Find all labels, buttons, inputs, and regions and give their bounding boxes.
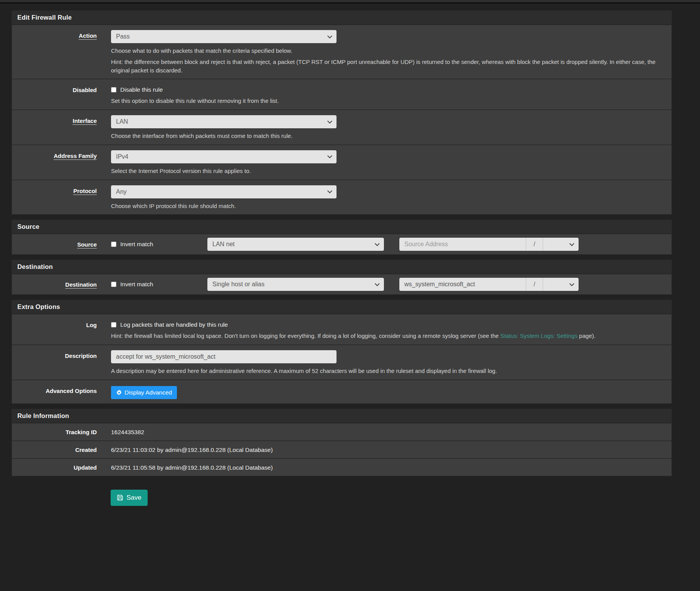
source-address-input[interactable]	[399, 238, 526, 251]
disabled-help: Set this option to disable this rule wit…	[111, 97, 658, 105]
protocol-select[interactable]: Any	[111, 185, 337, 198]
top-navbar-remnant	[0, 0, 700, 3]
advanced-options-row: Advanced Options Display Advanced	[12, 379, 671, 403]
tracking-id-value: 1624435382	[111, 428, 664, 436]
disabled-checkbox-label: Disable this rule	[120, 86, 163, 93]
protocol-label: Protocol	[73, 188, 97, 195]
source-row: Source Invert match LAN net /	[12, 234, 671, 254]
interface-select[interactable]: LAN	[111, 115, 337, 128]
floppy-disk-icon	[117, 494, 123, 501]
destination-invert-checkbox[interactable]	[111, 282, 116, 287]
action-row: Action Pass Choose what to do with packe…	[12, 25, 671, 79]
description-input[interactable]	[111, 350, 337, 363]
updated-label: Updated	[74, 464, 97, 471]
interface-select-value: LAN	[116, 118, 128, 125]
log-hint-text: Hint: the firewall has limited local log…	[111, 332, 500, 339]
action-help-2: Hint: the difference between block and r…	[111, 58, 658, 75]
source-mask-select[interactable]	[543, 238, 579, 251]
protocol-row: Protocol Any Choose which IP protocol th…	[12, 180, 671, 215]
source-label: Source	[77, 241, 97, 248]
disabled-checkbox[interactable]	[111, 87, 116, 92]
address-family-select[interactable]: IPv4	[111, 150, 337, 163]
destination-type-value: Single host or alias	[212, 281, 264, 288]
source-type-select[interactable]: LAN net	[207, 238, 384, 251]
log-checkbox-label: Log packets that are handled by this rul…	[120, 321, 228, 328]
source-type-value: LAN net	[212, 241, 235, 248]
destination-address-group: /	[399, 278, 579, 291]
disabled-label: Disabled	[72, 87, 97, 93]
log-checkbox[interactable]	[111, 322, 116, 327]
created-label: Created	[75, 447, 97, 453]
panel-rule-information: Rule Information Tracking ID 1624435382 …	[12, 409, 672, 476]
destination-label: Destination	[65, 281, 97, 289]
source-invert-checkbox[interactable]	[111, 242, 116, 247]
updated-row: Updated 6/23/21 11:05:58 by admin@192.16…	[12, 458, 671, 476]
log-row: Log Log packets that are handled by this…	[12, 314, 671, 344]
protocol-help: Choose which IP protocol this rule shoul…	[111, 202, 658, 210]
source-invert-label: Invert match	[120, 241, 153, 248]
address-family-label: Address Family	[54, 153, 97, 160]
address-family-help: Select the Internet Protocol version thi…	[111, 167, 658, 175]
disabled-row: Disabled Disable this rule Set this opti…	[12, 79, 671, 109]
destination-row: Destination Invert match Single host or …	[12, 274, 671, 294]
chevron-down-icon	[569, 241, 574, 246]
page-content: Edit Firewall Rule Action Pass Choose wh…	[12, 3, 672, 506]
panel-source: Source Source Invert match LAN net /	[12, 220, 672, 255]
interface-label: Interface	[72, 118, 97, 125]
updated-value: 6/23/21 11:05:58 by admin@192.168.0.228 …	[111, 463, 664, 471]
source-address-group: /	[399, 238, 579, 251]
log-label: Log	[86, 322, 97, 328]
panel-edit-firewall-rule: Edit Firewall Rule Action Pass Choose wh…	[12, 10, 672, 215]
chevron-down-icon	[375, 281, 380, 286]
action-select-value: Pass	[116, 33, 130, 40]
address-family-row: Address Family IPv4 Select the Internet …	[12, 144, 671, 180]
panel-destination: Destination Destination Invert match Sin…	[12, 260, 672, 295]
created-value: 6/23/21 11:03:02 by admin@192.168.0.228 …	[111, 446, 664, 453]
rule-information-title: Rule Information	[12, 409, 671, 423]
chevron-down-icon	[375, 241, 380, 246]
action-help-1: Choose what to do with packets that matc…	[111, 47, 658, 55]
advanced-options-label: Advanced Options	[45, 388, 97, 394]
address-family-select-value: IPv4	[116, 153, 128, 160]
gear-icon	[116, 390, 122, 395]
description-help: A description may be entered here for ad…	[111, 367, 658, 375]
created-row: Created 6/23/21 11:03:02 by admin@192.16…	[12, 440, 671, 458]
save-button[interactable]: Save	[111, 490, 148, 506]
interface-row: Interface LAN Choose the interface from …	[12, 109, 671, 144]
extra-options-title: Extra Options	[12, 300, 671, 314]
description-label: Description	[65, 353, 97, 359]
tracking-id-label: Tracking ID	[66, 429, 97, 435]
panel-extra-options: Extra Options Log Log packets that are h…	[12, 300, 672, 404]
protocol-select-value: Any	[116, 188, 127, 195]
action-select[interactable]: Pass	[111, 30, 337, 43]
log-hint: Hint: the firewall has limited local log…	[111, 332, 658, 340]
chevron-down-icon	[327, 119, 332, 124]
chevron-down-icon	[327, 188, 332, 193]
destination-invert-label: Invert match	[120, 281, 153, 288]
source-mask-separator: /	[526, 238, 543, 251]
action-label: Action	[79, 32, 97, 40]
source-title: Source	[12, 220, 671, 234]
display-advanced-button[interactable]: Display Advanced	[111, 386, 177, 399]
destination-mask-separator: /	[526, 278, 543, 291]
log-hint-text-after: page).	[577, 332, 596, 339]
destination-title: Destination	[12, 260, 671, 274]
interface-help: Choose the interface from which packets …	[111, 132, 658, 140]
tracking-id-row: Tracking ID 1624435382	[12, 423, 671, 440]
destination-mask-select[interactable]	[543, 278, 579, 291]
syslog-settings-link[interactable]: Status: System Logs: Settings	[500, 332, 577, 339]
display-advanced-label: Display Advanced	[125, 389, 172, 396]
destination-type-select[interactable]: Single host or alias	[207, 278, 384, 291]
chevron-down-icon	[327, 34, 332, 39]
chevron-down-icon	[569, 281, 574, 286]
description-row: Description A description may be entered…	[12, 344, 671, 379]
destination-address-input[interactable]	[399, 278, 526, 291]
edit-firewall-rule-title: Edit Firewall Rule	[12, 11, 671, 25]
chevron-down-icon	[327, 153, 332, 158]
save-button-label: Save	[126, 494, 141, 502]
